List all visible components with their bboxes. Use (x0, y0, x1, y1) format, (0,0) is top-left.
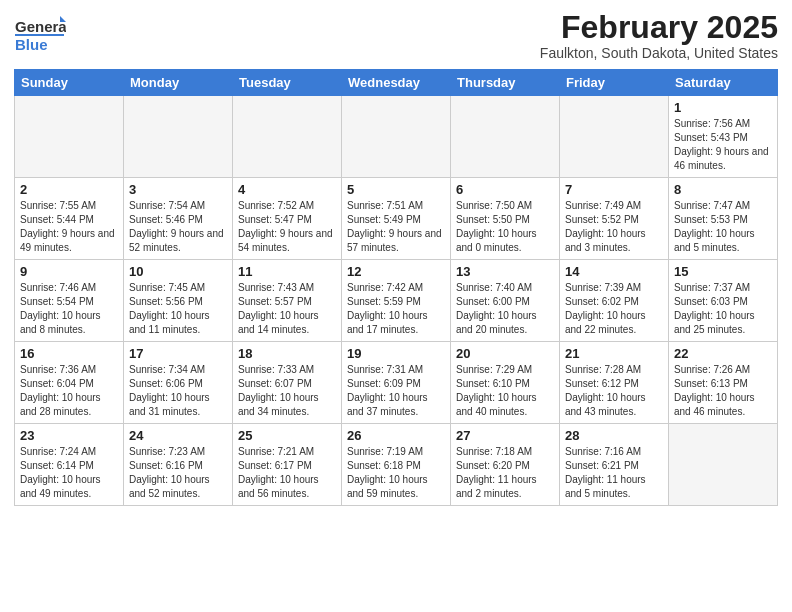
day-number: 22 (674, 346, 772, 361)
calendar-table: Sunday Monday Tuesday Wednesday Thursday… (14, 69, 778, 506)
day-cell-w1-d3: 5Sunrise: 7:51 AM Sunset: 5:49 PM Daylig… (342, 178, 451, 260)
week-row-3: 16Sunrise: 7:36 AM Sunset: 6:04 PM Dayli… (15, 342, 778, 424)
col-sunday: Sunday (15, 70, 124, 96)
day-number: 13 (456, 264, 554, 279)
day-number: 24 (129, 428, 227, 443)
day-cell-w1-d5: 7Sunrise: 7:49 AM Sunset: 5:52 PM Daylig… (560, 178, 669, 260)
day-info: Sunrise: 7:19 AM Sunset: 6:18 PM Dayligh… (347, 445, 445, 501)
day-number: 3 (129, 182, 227, 197)
day-info: Sunrise: 7:42 AM Sunset: 5:59 PM Dayligh… (347, 281, 445, 337)
day-number: 26 (347, 428, 445, 443)
col-saturday: Saturday (669, 70, 778, 96)
day-cell-w0-d3 (342, 96, 451, 178)
day-info: Sunrise: 7:46 AM Sunset: 5:54 PM Dayligh… (20, 281, 118, 337)
day-number: 9 (20, 264, 118, 279)
day-info: Sunrise: 7:45 AM Sunset: 5:56 PM Dayligh… (129, 281, 227, 337)
day-number: 15 (674, 264, 772, 279)
day-number: 7 (565, 182, 663, 197)
week-row-2: 9Sunrise: 7:46 AM Sunset: 5:54 PM Daylig… (15, 260, 778, 342)
day-number: 21 (565, 346, 663, 361)
day-info: Sunrise: 7:55 AM Sunset: 5:44 PM Dayligh… (20, 199, 118, 255)
day-cell-w1-d4: 6Sunrise: 7:50 AM Sunset: 5:50 PM Daylig… (451, 178, 560, 260)
day-info: Sunrise: 7:40 AM Sunset: 6:00 PM Dayligh… (456, 281, 554, 337)
day-number: 17 (129, 346, 227, 361)
day-cell-w3-d4: 20Sunrise: 7:29 AM Sunset: 6:10 PM Dayli… (451, 342, 560, 424)
day-info: Sunrise: 7:56 AM Sunset: 5:43 PM Dayligh… (674, 117, 772, 173)
week-row-0: 1Sunrise: 7:56 AM Sunset: 5:43 PM Daylig… (15, 96, 778, 178)
week-row-1: 2Sunrise: 7:55 AM Sunset: 5:44 PM Daylig… (15, 178, 778, 260)
day-cell-w4-d6 (669, 424, 778, 506)
logo: General Blue (14, 10, 66, 58)
day-cell-w3-d0: 16Sunrise: 7:36 AM Sunset: 6:04 PM Dayli… (15, 342, 124, 424)
day-cell-w2-d0: 9Sunrise: 7:46 AM Sunset: 5:54 PM Daylig… (15, 260, 124, 342)
day-number: 6 (456, 182, 554, 197)
title-block: February 2025 Faulkton, South Dakota, Un… (540, 10, 778, 61)
day-number: 23 (20, 428, 118, 443)
day-cell-w2-d1: 10Sunrise: 7:45 AM Sunset: 5:56 PM Dayli… (124, 260, 233, 342)
day-info: Sunrise: 7:47 AM Sunset: 5:53 PM Dayligh… (674, 199, 772, 255)
day-number: 10 (129, 264, 227, 279)
day-info: Sunrise: 7:54 AM Sunset: 5:46 PM Dayligh… (129, 199, 227, 255)
day-cell-w0-d1 (124, 96, 233, 178)
day-cell-w3-d5: 21Sunrise: 7:28 AM Sunset: 6:12 PM Dayli… (560, 342, 669, 424)
day-info: Sunrise: 7:33 AM Sunset: 6:07 PM Dayligh… (238, 363, 336, 419)
day-cell-w2-d4: 13Sunrise: 7:40 AM Sunset: 6:00 PM Dayli… (451, 260, 560, 342)
day-cell-w1-d6: 8Sunrise: 7:47 AM Sunset: 5:53 PM Daylig… (669, 178, 778, 260)
day-cell-w2-d6: 15Sunrise: 7:37 AM Sunset: 6:03 PM Dayli… (669, 260, 778, 342)
logo-svg: General Blue (14, 14, 66, 58)
day-info: Sunrise: 7:16 AM Sunset: 6:21 PM Dayligh… (565, 445, 663, 501)
day-info: Sunrise: 7:23 AM Sunset: 6:16 PM Dayligh… (129, 445, 227, 501)
day-number: 5 (347, 182, 445, 197)
day-info: Sunrise: 7:29 AM Sunset: 6:10 PM Dayligh… (456, 363, 554, 419)
day-cell-w4-d4: 27Sunrise: 7:18 AM Sunset: 6:20 PM Dayli… (451, 424, 560, 506)
day-info: Sunrise: 7:31 AM Sunset: 6:09 PM Dayligh… (347, 363, 445, 419)
day-cell-w1-d0: 2Sunrise: 7:55 AM Sunset: 5:44 PM Daylig… (15, 178, 124, 260)
day-cell-w2-d3: 12Sunrise: 7:42 AM Sunset: 5:59 PM Dayli… (342, 260, 451, 342)
day-number: 8 (674, 182, 772, 197)
day-cell-w4-d0: 23Sunrise: 7:24 AM Sunset: 6:14 PM Dayli… (15, 424, 124, 506)
day-number: 19 (347, 346, 445, 361)
day-info: Sunrise: 7:28 AM Sunset: 6:12 PM Dayligh… (565, 363, 663, 419)
day-info: Sunrise: 7:26 AM Sunset: 6:13 PM Dayligh… (674, 363, 772, 419)
day-cell-w0-d0 (15, 96, 124, 178)
day-number: 2 (20, 182, 118, 197)
day-number: 11 (238, 264, 336, 279)
day-cell-w1-d2: 4Sunrise: 7:52 AM Sunset: 5:47 PM Daylig… (233, 178, 342, 260)
col-wednesday: Wednesday (342, 70, 451, 96)
day-number: 20 (456, 346, 554, 361)
day-number: 1 (674, 100, 772, 115)
day-info: Sunrise: 7:51 AM Sunset: 5:49 PM Dayligh… (347, 199, 445, 255)
col-friday: Friday (560, 70, 669, 96)
day-cell-w0-d2 (233, 96, 342, 178)
day-number: 12 (347, 264, 445, 279)
day-cell-w3-d6: 22Sunrise: 7:26 AM Sunset: 6:13 PM Dayli… (669, 342, 778, 424)
col-tuesday: Tuesday (233, 70, 342, 96)
day-number: 4 (238, 182, 336, 197)
page: General Blue February 2025 Faulkton, Sou… (0, 0, 792, 612)
day-cell-w1-d1: 3Sunrise: 7:54 AM Sunset: 5:46 PM Daylig… (124, 178, 233, 260)
col-thursday: Thursday (451, 70, 560, 96)
month-title: February 2025 (540, 10, 778, 45)
day-cell-w3-d3: 19Sunrise: 7:31 AM Sunset: 6:09 PM Dayli… (342, 342, 451, 424)
day-cell-w0-d4 (451, 96, 560, 178)
day-number: 27 (456, 428, 554, 443)
calendar-header-row: Sunday Monday Tuesday Wednesday Thursday… (15, 70, 778, 96)
day-info: Sunrise: 7:52 AM Sunset: 5:47 PM Dayligh… (238, 199, 336, 255)
svg-text:Blue: Blue (15, 36, 48, 53)
day-cell-w4-d5: 28Sunrise: 7:16 AM Sunset: 6:21 PM Dayli… (560, 424, 669, 506)
week-row-4: 23Sunrise: 7:24 AM Sunset: 6:14 PM Dayli… (15, 424, 778, 506)
day-cell-w3-d2: 18Sunrise: 7:33 AM Sunset: 6:07 PM Dayli… (233, 342, 342, 424)
day-number: 14 (565, 264, 663, 279)
day-number: 16 (20, 346, 118, 361)
day-number: 18 (238, 346, 336, 361)
day-cell-w2-d2: 11Sunrise: 7:43 AM Sunset: 5:57 PM Dayli… (233, 260, 342, 342)
day-info: Sunrise: 7:24 AM Sunset: 6:14 PM Dayligh… (20, 445, 118, 501)
svg-text:General: General (15, 18, 66, 35)
location: Faulkton, South Dakota, United States (540, 45, 778, 61)
day-info: Sunrise: 7:34 AM Sunset: 6:06 PM Dayligh… (129, 363, 227, 419)
day-cell-w4-d2: 25Sunrise: 7:21 AM Sunset: 6:17 PM Dayli… (233, 424, 342, 506)
day-info: Sunrise: 7:37 AM Sunset: 6:03 PM Dayligh… (674, 281, 772, 337)
header: General Blue February 2025 Faulkton, Sou… (14, 10, 778, 61)
day-info: Sunrise: 7:39 AM Sunset: 6:02 PM Dayligh… (565, 281, 663, 337)
day-number: 28 (565, 428, 663, 443)
